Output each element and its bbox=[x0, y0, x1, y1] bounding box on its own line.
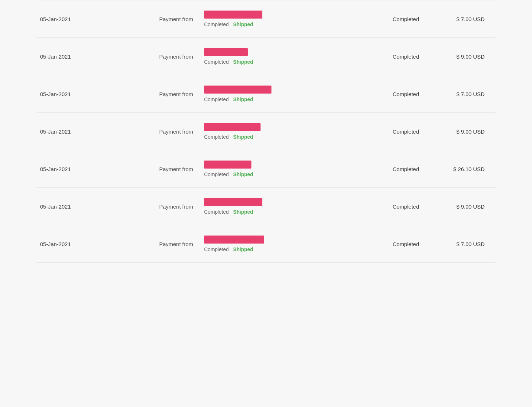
payment-status-badge: Completed bbox=[204, 96, 229, 102]
table-row[interactable]: 05-Jan-2021 Payment from Completed Shipp… bbox=[36, 75, 496, 113]
table-row[interactable]: 05-Jan-2021 Payment from Completed Shipp… bbox=[36, 38, 496, 75]
item-bar bbox=[204, 198, 262, 206]
item-bar bbox=[204, 161, 251, 169]
shipping-status-badge: Shipped bbox=[233, 171, 253, 177]
payment-status-badge: Completed bbox=[204, 171, 229, 177]
transaction-date: 05-Jan-2021 bbox=[36, 166, 109, 172]
order-status: Completed bbox=[357, 204, 430, 210]
transaction-date: 05-Jan-2021 bbox=[36, 16, 109, 22]
transaction-date: 05-Jan-2021 bbox=[36, 129, 109, 135]
item-bar bbox=[204, 11, 262, 19]
item-badges: Completed Shipped bbox=[204, 134, 357, 140]
item-bar bbox=[204, 86, 271, 94]
transaction-item: Completed Shipped bbox=[204, 236, 357, 252]
table-row[interactable]: 05-Jan-2021 Payment from Completed Shipp… bbox=[36, 150, 496, 188]
transaction-item: Completed Shipped bbox=[204, 198, 357, 215]
transaction-description: Payment from bbox=[109, 16, 204, 22]
table-row[interactable]: 05-Jan-2021 Payment from Completed Shipp… bbox=[36, 188, 496, 225]
transaction-date: 05-Jan-2021 bbox=[36, 204, 109, 210]
transaction-date: 05-Jan-2021 bbox=[36, 91, 109, 97]
payment-status-badge: Completed bbox=[204, 134, 229, 140]
transaction-item: Completed Shipped bbox=[204, 48, 357, 65]
transaction-amount: $ 9.00 USD bbox=[430, 129, 488, 135]
transaction-date: 05-Jan-2021 bbox=[36, 241, 109, 247]
payment-status-badge: Completed bbox=[204, 21, 229, 27]
item-bar bbox=[204, 48, 248, 56]
transaction-item: Completed Shipped bbox=[204, 86, 357, 102]
order-status: Completed bbox=[357, 91, 430, 97]
item-badges: Completed Shipped bbox=[204, 171, 357, 177]
shipping-status-badge: Shipped bbox=[233, 59, 253, 65]
transaction-amount: $ 9.00 USD bbox=[430, 54, 488, 60]
transaction-description: Payment from bbox=[109, 54, 204, 60]
transaction-amount: $ 7.00 USD bbox=[430, 91, 488, 97]
shipping-status-badge: Shipped bbox=[233, 134, 253, 140]
payment-status-badge: Completed bbox=[204, 209, 229, 215]
item-bar bbox=[204, 236, 264, 244]
shipping-status-badge: Shipped bbox=[233, 21, 253, 27]
shipping-status-badge: Shipped bbox=[233, 246, 253, 252]
order-status: Completed bbox=[357, 241, 430, 247]
item-badges: Completed Shipped bbox=[204, 96, 357, 102]
transaction-description: Payment from bbox=[109, 204, 204, 210]
transaction-item: Completed Shipped bbox=[204, 161, 357, 177]
transaction-item: Completed Shipped bbox=[204, 11, 357, 27]
transaction-description: Payment from bbox=[109, 166, 204, 172]
table-row[interactable]: 05-Jan-2021 Payment from Completed Shipp… bbox=[36, 0, 496, 38]
shipping-status-badge: Shipped bbox=[233, 209, 253, 215]
transaction-date: 05-Jan-2021 bbox=[36, 54, 109, 60]
item-badges: Completed Shipped bbox=[204, 246, 357, 252]
item-bar bbox=[204, 123, 261, 131]
transaction-amount: $ 7.00 USD bbox=[430, 241, 488, 247]
payment-status-badge: Completed bbox=[204, 59, 229, 65]
payment-status-badge: Completed bbox=[204, 246, 229, 252]
transaction-amount: $ 9.00 USD bbox=[430, 204, 488, 210]
order-status: Completed bbox=[357, 16, 430, 22]
transaction-amount: $ 7.00 USD bbox=[430, 16, 488, 22]
item-badges: Completed Shipped bbox=[204, 59, 357, 65]
order-status: Completed bbox=[357, 166, 430, 172]
transaction-description: Payment from bbox=[109, 129, 204, 135]
transaction-description: Payment from bbox=[109, 91, 204, 97]
table-row[interactable]: 05-Jan-2021 Payment from Completed Shipp… bbox=[36, 225, 496, 263]
table-row[interactable]: 05-Jan-2021 Payment from Completed Shipp… bbox=[36, 113, 496, 150]
transaction-item: Completed Shipped bbox=[204, 123, 357, 140]
shipping-status-badge: Shipped bbox=[233, 96, 253, 102]
transaction-description: Payment from bbox=[109, 241, 204, 247]
item-badges: Completed Shipped bbox=[204, 209, 357, 215]
transaction-amount: $ 26.10 USD bbox=[430, 166, 488, 172]
item-badges: Completed Shipped bbox=[204, 21, 357, 27]
transaction-list: 05-Jan-2021 Payment from Completed Shipp… bbox=[36, 0, 496, 263]
order-status: Completed bbox=[357, 54, 430, 60]
order-status: Completed bbox=[357, 129, 430, 135]
